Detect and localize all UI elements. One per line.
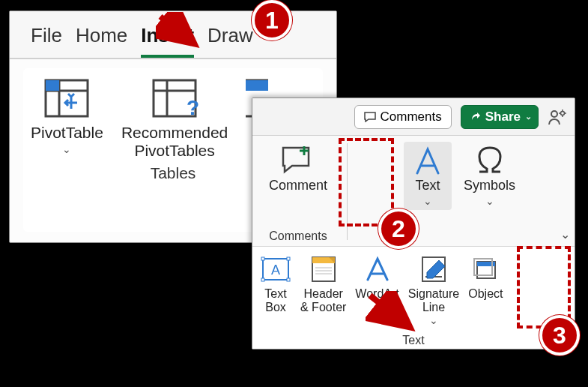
- svg-rect-22: [287, 278, 290, 281]
- wordart-icon: [362, 254, 393, 284]
- text-dropdown-button[interactable]: Text ⌄: [404, 142, 452, 210]
- group-comments-label: Comments: [269, 230, 327, 244]
- textbox-icon: A: [260, 254, 291, 284]
- divider: [347, 143, 348, 240]
- group-comments: Comment Comments: [257, 139, 339, 244]
- svg-rect-9: [246, 80, 268, 91]
- recommended-pivottables-icon: ?: [151, 77, 198, 119]
- object-label: Object: [468, 287, 503, 301]
- title-bar-right: Comments Share ⌄: [252, 98, 575, 136]
- new-comment-label: Comment: [269, 178, 327, 194]
- svg-point-11: [561, 111, 565, 115]
- pivottable-icon: [43, 77, 91, 119]
- pivottable-label: PivotTable: [31, 124, 103, 142]
- header-footer-label: Header & Footer: [300, 287, 346, 314]
- svg-line-35: [370, 296, 406, 324]
- tab-file[interactable]: File: [31, 24, 62, 58]
- object-icon: [470, 254, 501, 284]
- comments-button[interactable]: Comments: [354, 105, 452, 129]
- svg-point-10: [551, 111, 557, 117]
- annotation-arrow-2: [366, 291, 418, 336]
- svg-line-34: [160, 16, 190, 40]
- tab-draw[interactable]: Draw: [207, 24, 253, 58]
- chevron-down-icon: ⌄: [423, 195, 432, 207]
- share-button-label: Share: [485, 110, 521, 124]
- signature-icon: [418, 254, 449, 284]
- new-comment-icon: [280, 145, 316, 176]
- symbols-dropdown-label: Symbols: [464, 178, 515, 194]
- people-icon[interactable]: [548, 108, 567, 126]
- symbols-dropdown-button[interactable]: Symbols ⌄: [458, 142, 521, 210]
- annotation-arrow-1: [156, 12, 201, 50]
- omega-icon: [472, 145, 508, 176]
- svg-text:A: A: [271, 262, 280, 278]
- header-footer-icon: [308, 254, 339, 284]
- svg-rect-20: [287, 257, 290, 260]
- chevron-down-icon: ⌄: [62, 143, 71, 155]
- share-button[interactable]: Share ⌄: [461, 105, 539, 129]
- svg-rect-3: [46, 80, 59, 91]
- share-icon: [470, 112, 481, 122]
- comment-bubble-icon: [364, 112, 376, 122]
- new-comment-button[interactable]: Comment: [263, 142, 333, 196]
- comments-button-label: Comments: [381, 110, 442, 124]
- textbox-label: Text Box: [264, 287, 286, 314]
- text-a-icon: [410, 145, 446, 176]
- annotation-badge-2: 2: [378, 208, 419, 249]
- svg-rect-21: [261, 278, 264, 281]
- tab-home[interactable]: Home: [76, 24, 127, 58]
- text-dropdown-label: Text: [415, 178, 440, 194]
- annotation-badge-3: 3: [539, 315, 580, 356]
- chevron-down-icon: ⌄: [485, 195, 494, 207]
- chevron-down-icon: ⌄: [525, 112, 532, 122]
- recommended-pivottables-button[interactable]: ? Recommended PivotTables: [121, 77, 228, 160]
- svg-rect-19: [261, 257, 264, 260]
- svg-text:?: ?: [187, 96, 198, 119]
- pivottable-button[interactable]: PivotTable ⌄: [31, 77, 103, 155]
- annotation-badge-1: 1: [252, 0, 292, 40]
- ribbon-expand-icon[interactable]: ⌄: [560, 227, 570, 242]
- chevron-down-icon: ⌄: [429, 315, 438, 326]
- recommended-pivottables-label: Recommended PivotTables: [121, 124, 228, 160]
